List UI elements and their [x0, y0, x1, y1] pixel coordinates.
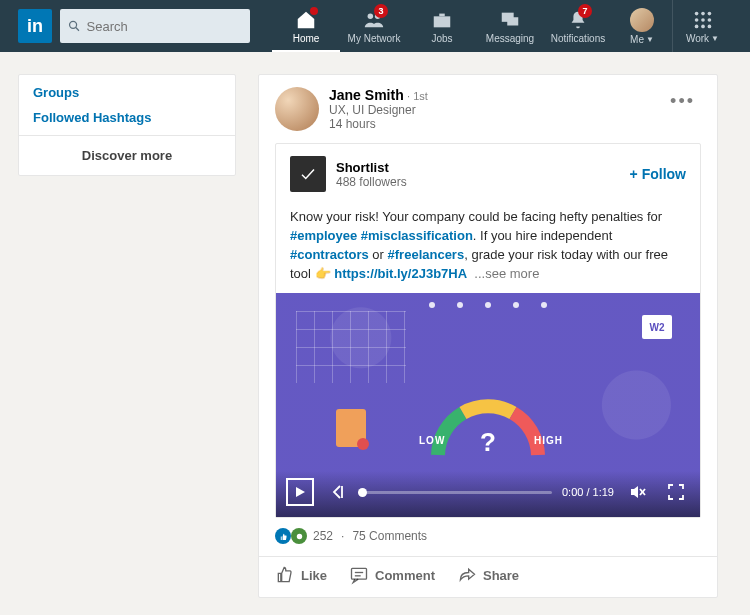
nav-notifications-badge: 7	[578, 4, 592, 18]
shared-followers: 488 followers	[336, 175, 619, 189]
hashtag-misclassification[interactable]: #misclassification	[361, 228, 473, 243]
reactions-bar[interactable]: 252 · 75 Comments	[259, 518, 717, 552]
svg-point-9	[707, 11, 711, 15]
post-text: Know your risk! Your company could be fa…	[276, 204, 700, 293]
svg-rect-22	[352, 569, 367, 580]
author-headline: UX, UI Designer	[329, 103, 654, 117]
svg-point-15	[707, 24, 711, 28]
video-time: 0:00 / 1:19	[562, 486, 614, 498]
follow-button[interactable]: +Follow	[629, 166, 686, 182]
shared-card: Shortlist 488 followers +Follow Know you…	[275, 143, 701, 518]
search-input[interactable]	[87, 19, 242, 34]
svg-point-12	[707, 18, 711, 22]
linkedin-logo[interactable]: in	[18, 9, 52, 43]
nav-messaging[interactable]: Messaging	[476, 0, 544, 52]
svg-rect-6	[507, 17, 518, 25]
post-more-button[interactable]: •••	[664, 87, 701, 116]
svg-point-8	[701, 11, 705, 15]
gauge-high-label: HIGH	[534, 435, 563, 446]
clipboard-icon	[336, 409, 366, 447]
comment-button[interactable]: Comment	[349, 565, 435, 585]
author-degree: · 1st	[407, 90, 428, 102]
svg-point-0	[70, 21, 77, 28]
svg-point-11	[701, 18, 705, 22]
nav-home[interactable]: Home	[272, 0, 340, 52]
comment-count[interactable]: 75 Comments	[352, 529, 427, 543]
video-progress[interactable]	[362, 491, 552, 494]
svg-point-14	[701, 24, 705, 28]
svg-point-10	[694, 18, 698, 22]
nav-home-badge	[310, 7, 318, 15]
post-age: 14 hours	[329, 117, 654, 131]
play-button[interactable]	[286, 478, 314, 506]
question-icon: ?	[480, 427, 496, 458]
hashtag-employee[interactable]: #employee	[290, 228, 357, 243]
messaging-icon	[499, 9, 521, 31]
svg-point-21	[296, 534, 301, 539]
global-nav: in Home 3 My Network Jobs Messaging 7 No…	[0, 0, 750, 52]
sidebar-discover[interactable]: Discover more	[19, 136, 235, 175]
grid-icon	[692, 9, 714, 31]
svg-line-1	[76, 28, 79, 31]
post-actions: Like Comment Share	[259, 556, 717, 597]
nav-items: Home 3 My Network Jobs Messaging 7 Notif…	[272, 0, 732, 52]
nav-jobs[interactable]: Jobs	[408, 0, 476, 52]
caret-down-icon: ▼	[711, 34, 719, 43]
fullscreen-button[interactable]	[662, 478, 690, 506]
mute-button[interactable]	[624, 478, 652, 506]
sidebar-card: Groups Followed Hashtags Discover more	[18, 74, 236, 176]
nav-home-label: Home	[293, 33, 320, 44]
nav-me-label: Me	[630, 34, 644, 45]
video-decoration	[429, 302, 547, 308]
hashtag-freelancers[interactable]: #freelancers	[388, 247, 465, 262]
video-controls: 0:00 / 1:19	[276, 471, 700, 517]
restart-button[interactable]	[324, 478, 352, 506]
share-button[interactable]: Share	[457, 565, 519, 585]
comment-icon	[349, 565, 369, 585]
celebrate-reaction-icon	[291, 528, 307, 544]
like-button[interactable]: Like	[275, 565, 327, 585]
share-icon	[457, 565, 477, 585]
nav-work-label: Work	[686, 33, 709, 44]
nav-network[interactable]: 3 My Network	[340, 0, 408, 52]
hashtag-contractors[interactable]: #contractors	[290, 247, 369, 262]
svg-marker-18	[631, 486, 638, 498]
nav-notifications-label: Notifications	[551, 33, 605, 44]
sidebar-hashtags[interactable]: Followed Hashtags	[19, 110, 235, 135]
reaction-count[interactable]: 252	[313, 529, 333, 543]
nav-messaging-label: Messaging	[486, 33, 534, 44]
sidebar-groups[interactable]: Groups	[19, 75, 235, 110]
briefcase-icon	[431, 9, 453, 31]
nav-me[interactable]: Me▼	[612, 0, 672, 52]
gauge-low-label: LOW	[419, 435, 445, 446]
shared-brand-logo[interactable]	[290, 156, 326, 192]
post-link[interactable]: https://bit.ly/2J3b7HA	[334, 266, 467, 281]
plus-icon: +	[629, 166, 637, 182]
svg-point-7	[694, 11, 698, 15]
author-name[interactable]: Jane Smith	[329, 87, 404, 103]
svg-point-13	[694, 24, 698, 28]
gauge-graphic: LOW HIGH ?	[423, 385, 553, 469]
author-avatar[interactable]	[275, 87, 319, 131]
nav-network-badge: 3	[374, 4, 388, 18]
shared-name[interactable]: Shortlist	[336, 160, 619, 175]
post-card: Jane Smith · 1st UX, UI Designer 14 hour…	[258, 74, 718, 598]
nav-network-label: My Network	[348, 33, 401, 44]
svg-marker-16	[296, 487, 305, 497]
see-more-button[interactable]: ...see more	[474, 266, 539, 281]
nav-notifications[interactable]: 7 Notifications	[544, 0, 612, 52]
avatar-icon	[630, 8, 654, 32]
video-player[interactable]: W2 LOW HIGH ?	[276, 293, 700, 517]
nav-work[interactable]: Work▼	[672, 0, 732, 52]
svg-point-2	[368, 13, 374, 18]
w2-badge: W2	[642, 315, 672, 339]
svg-rect-4	[434, 16, 451, 27]
search-box[interactable]	[60, 9, 250, 43]
like-reaction-icon	[275, 528, 291, 544]
video-decoration	[296, 311, 406, 383]
thumbs-up-icon	[275, 565, 295, 585]
caret-down-icon: ▼	[646, 35, 654, 44]
nav-jobs-label: Jobs	[431, 33, 452, 44]
search-icon	[68, 19, 81, 33]
